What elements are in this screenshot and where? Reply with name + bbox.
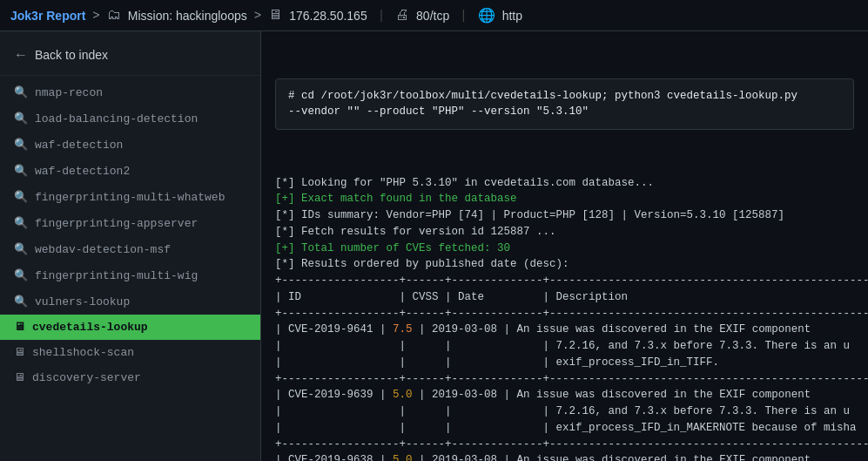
item-icon-vulners-lookup: 🔍: [14, 295, 28, 308]
topbar: Jok3r Report > 🗂 Mission: hackingloops >…: [0, 0, 868, 31]
sidebar-item-fingerprinting-multi-wig[interactable]: 🔍fingerprinting-multi-wig: [0, 262, 260, 288]
output-line-6: +------------------+------+-------------…: [275, 273, 854, 289]
sep1: >: [92, 9, 99, 23]
sidebar-item-cvedetails-lookup[interactable]: 🖥cvedetails-lookup: [0, 315, 260, 340]
item-icon-fingerprinting-multi-wig: 🔍: [14, 268, 28, 282]
sidebar: ← Back to index 🔍nmap-recon🔍load-balanci…: [0, 31, 261, 461]
web-label: http: [502, 9, 522, 23]
item-icon-webdav-detection-msf: 🔍: [14, 242, 28, 256]
item-icon-nmap-recon: 🔍: [14, 85, 28, 99]
sidebar-item-load-balancing-detection[interactable]: 🔍load-balancing-detection: [0, 105, 260, 132]
cve-sep2: | 2019-03-08 | An issue was discovered i…: [413, 454, 811, 461]
output-line-17: | CVE-2019-9638 | 5.0 | 2019-03-08 | An …: [275, 452, 854, 461]
cve-sep2: | 2019-03-08 | An issue was discovered i…: [413, 323, 811, 336]
sidebar-item-webdav-detection-msf[interactable]: 🔍webdav-detection-msf: [0, 236, 260, 262]
command-text: # cd /root/jok3r/toolbox/multi/cvedetail…: [288, 90, 797, 119]
cve-prefix: |: [275, 454, 288, 461]
item-icon-fingerprinting-multi-whatweb: 🔍: [14, 190, 28, 204]
item-label-fingerprinting-multi-wig: fingerprinting-multi-wig: [35, 269, 198, 282]
output-line-5: [*] Results ordered by published date (d…: [275, 256, 854, 273]
output-line-1: [+] Exact match found in the database: [275, 191, 854, 207]
port-label: 80/tcp: [416, 9, 449, 23]
port-icon: 🖨: [395, 7, 409, 24]
output-line-14: | | | | 7.2.16, and 7.3.x before 7.3.3. …: [275, 403, 854, 420]
output-line-10: | | | | 7.2.16, and 7.3.x before 7.3.3. …: [275, 338, 854, 355]
item-label-cvedetails-lookup: cvedetails-lookup: [32, 321, 148, 334]
div2: |: [460, 9, 467, 23]
item-label-fingerprinting-appserver: fingerprinting-appserver: [35, 217, 198, 230]
output-lines: [*] Looking for "PHP 5.3.10" in cvedetai…: [275, 175, 854, 462]
cve-id: CVE-2019-9639: [288, 389, 373, 401]
command-block: # cd /root/jok3r/toolbox/multi/cvedetail…: [275, 78, 854, 131]
cve-cvss: 7.5: [393, 323, 413, 336]
output-line-11: | | | | exif_process_IFD_in_TIFF.: [275, 355, 854, 371]
item-label-shellshock-scan: shellshock-scan: [32, 346, 134, 359]
cve-sep1: |: [373, 454, 394, 461]
output-line-13: | CVE-2019-9639 | 5.0 | 2019-03-08 | An …: [275, 387, 854, 403]
content-area[interactable]: # cd /root/jok3r/toolbox/multi/cvedetail…: [261, 31, 868, 461]
back-arrow-icon: ←: [14, 47, 28, 63]
cve-prefix: |: [275, 389, 288, 401]
item-icon-fingerprinting-appserver: 🔍: [14, 216, 28, 230]
output-line-12: +------------------+------+-------------…: [275, 371, 854, 388]
main-layout: ← Back to index 🔍nmap-recon🔍load-balanci…: [0, 31, 868, 461]
output-line-2: [*] IDs summary: Vendor=PHP [74] | Produ…: [275, 207, 854, 224]
sep2: >: [254, 9, 261, 23]
sidebar-item-vulners-lookup[interactable]: 🔍vulners-lookup: [0, 288, 260, 315]
output-line-8: +------------------+------+-------------…: [275, 306, 854, 322]
div1: |: [378, 9, 385, 23]
output-line-7: | ID | CVSS | Date | Description: [275, 289, 854, 306]
sidebar-item-shellshock-scan[interactable]: 🖥shellshock-scan: [0, 340, 260, 365]
output-line-3: [*] Fetch results for version id 125887 …: [275, 224, 854, 241]
ip-label: 176.28.50.165: [289, 9, 367, 23]
sidebar-items-container: 🔍nmap-recon🔍load-balancing-detection🔍waf…: [0, 79, 260, 390]
sidebar-item-discovery-server[interactable]: 🖥discovery-server: [0, 365, 260, 390]
cve-cvss: 5.0: [393, 389, 413, 401]
sidebar-item-fingerprinting-appserver[interactable]: 🔍fingerprinting-appserver: [0, 210, 260, 236]
item-label-waf-detection2: waf-detection2: [35, 165, 130, 178]
output-line-15: | | | | exif_process_IFD_in_MAKERNOTE be…: [275, 420, 854, 437]
item-label-nmap-recon: nmap-recon: [35, 86, 103, 99]
sidebar-item-fingerprinting-multi-whatweb[interactable]: 🔍fingerprinting-multi-whatweb: [0, 184, 260, 210]
terminal-output: # cd /root/jok3r/toolbox/multi/cvedetail…: [261, 31, 868, 461]
cve-cvss: 5.0: [393, 454, 413, 461]
sidebar-item-waf-detection2[interactable]: 🔍waf-detection2: [0, 158, 260, 184]
item-label-discovery-server: discovery-server: [32, 371, 141, 384]
sidebar-item-waf-detection[interactable]: 🔍waf-detection: [0, 132, 260, 158]
item-icon-waf-detection2: 🔍: [14, 164, 28, 178]
mission-icon: 🗂: [107, 7, 121, 24]
item-icon-waf-detection: 🔍: [14, 138, 28, 152]
web-icon: 🌐: [478, 7, 495, 24]
cve-prefix: |: [275, 323, 288, 336]
output-line-16: +------------------+------+-------------…: [275, 437, 854, 453]
output-line-0: [*] Looking for "PHP 5.3.10" in cvedetai…: [275, 175, 854, 192]
item-icon-discovery-server: 🖥: [14, 371, 25, 384]
item-label-vulners-lookup: vulners-lookup: [35, 295, 130, 308]
mission-label: Mission: hackingloops: [128, 9, 247, 23]
brand: Jok3r Report: [10, 9, 85, 23]
item-label-fingerprinting-multi-whatweb: fingerprinting-multi-whatweb: [35, 191, 225, 204]
ip-icon: 🖥: [268, 7, 282, 24]
cve-sep1: |: [373, 323, 394, 336]
item-icon-load-balancing-detection: 🔍: [14, 112, 28, 125]
cve-sep1: |: [373, 389, 394, 401]
sidebar-item-nmap-recon[interactable]: 🔍nmap-recon: [0, 79, 260, 105]
output-line-4: [+] Total number of CVEs fetched: 30: [275, 241, 854, 257]
item-icon-shellshock-scan: 🖥: [14, 346, 25, 359]
cve-sep2: | 2019-03-08 | An issue was discovered i…: [413, 389, 811, 401]
back-to-index[interactable]: ← Back to index: [0, 35, 260, 76]
item-label-waf-detection: waf-detection: [35, 139, 123, 152]
item-label-webdav-detection-msf: webdav-detection-msf: [35, 243, 171, 256]
cve-id: CVE-2019-9638: [288, 454, 373, 461]
back-label: Back to index: [35, 48, 108, 62]
cve-id: CVE-2019-9641: [288, 323, 373, 336]
item-icon-cvedetails-lookup: 🖥: [14, 321, 25, 334]
output-line-9: | CVE-2019-9641 | 7.5 | 2019-03-08 | An …: [275, 322, 854, 338]
item-label-load-balancing-detection: load-balancing-detection: [35, 112, 198, 125]
